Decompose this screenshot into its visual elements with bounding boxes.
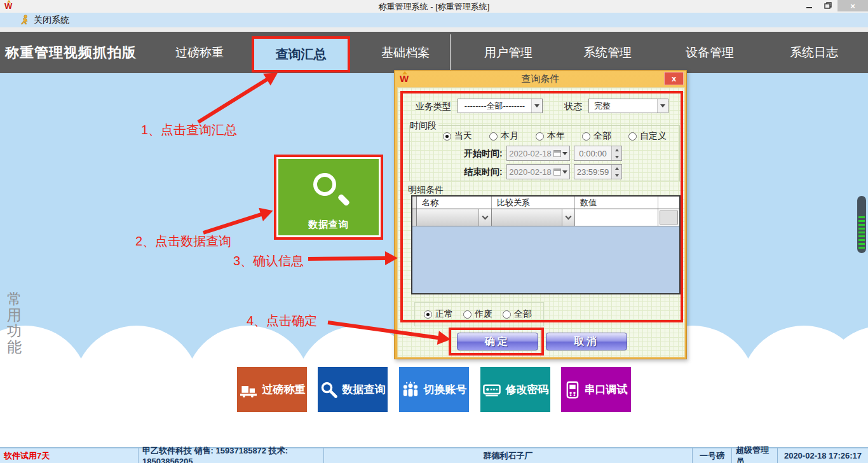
radio-custom[interactable]: 自定义 [628,130,667,142]
radio-this-year[interactable]: 本年 [536,130,565,142]
spin-down-icon[interactable] [612,153,621,160]
radio-label: 全部 [514,308,532,320]
quick-button-serial-debug[interactable]: 串口调试 [561,367,631,412]
magnifier-icon [320,381,338,399]
start-date-picker[interactable]: 2020-02-18 [506,146,570,161]
radio-label: 本月 [501,130,519,142]
status-bar: 软件试用7天 甲乙软件科技 销售: 15937185872 技术: 185038… [0,447,868,463]
row-header-gutter [412,197,417,209]
spin-down-icon[interactable] [612,172,621,179]
dropdown-arrow-icon[interactable] [657,99,668,113]
spin-up-icon[interactable] [612,165,621,172]
radio-label: 作废 [475,308,492,320]
tab-system-log[interactable]: 系统日志 [782,32,846,73]
quick-button-switch-account[interactable]: 切换账号 [399,367,469,412]
radio-all-records[interactable]: 全部 [503,308,532,320]
name-cell-select[interactable] [417,209,492,226]
ok-button[interactable]: 确定 [457,333,538,350]
dialog-title-bar: W 查询条件 x [397,71,684,87]
menu-item-close-system[interactable]: 关闭系统 [34,15,69,26]
password-icon [482,382,501,397]
business-type-select[interactable]: --------全部-------- [458,99,543,113]
data-query-button[interactable]: 数据查询 [278,159,379,235]
value-cell-input[interactable] [575,209,658,226]
runner-icon [19,15,30,25]
radio-icon [628,132,637,141]
dialog-close-button[interactable]: x [664,72,684,85]
nav-divider [450,34,451,70]
end-time-spinner[interactable]: 23:59:59 [574,164,622,179]
table-header-row: 名称 比较关系 数值 [412,197,679,209]
radio-icon [503,310,511,319]
common-functions-label: 常用功能 [7,291,24,355]
nav-bar: 称重管理视频抓拍版 过磅称重 查询汇总 基础档案 用户管理 系统管理 设备管理 … [0,32,868,73]
end-date-value: 2020-02-18 [507,167,553,177]
radio-normal[interactable]: 正常 [424,308,453,320]
dropdown-arrow-icon [562,152,567,155]
annotation-arrow-3 [308,256,386,261]
cancel-button[interactable]: 取消 [546,333,627,350]
quick-button-label: 过磅称重 [262,382,306,397]
start-date-value: 2020-02-18 [507,149,553,158]
radio-label: 正常 [435,308,453,320]
status-value: 完整 [589,100,657,112]
tab-query-summary[interactable]: 查询汇总 [252,36,350,73]
column-header-relation: 比较关系 [492,197,575,209]
tab-weighing[interactable]: 过磅称重 [170,32,229,73]
start-time-spinner[interactable]: 0:00:00 [574,146,622,161]
detail-conditions-table: 名称 比较关系 数值 [411,195,681,294]
data-query-highlight-frame: 数据查询 [274,155,383,240]
radio-icon [443,132,451,141]
trial-status: 软件试用7天 [0,448,139,463]
annotation-step1: 1、点击查询汇总 [141,121,237,139]
radio-label: 自定义 [640,130,667,142]
status-select[interactable]: 完整 [588,99,668,113]
tab-device-management[interactable]: 设备管理 [678,32,742,73]
quick-button-label: 切换账号 [424,382,467,397]
factory-name: 群德利石子厂 [324,448,693,463]
scrollbar-thumb[interactable] [857,196,866,253]
minimize-button[interactable] [799,0,818,11]
close-icon: × [850,2,855,10]
annotation-step2: 2、点击数据查询 [135,233,231,250]
tab-user-management[interactable]: 用户管理 [477,32,540,73]
nav-brand: 称重管理视频抓拍版 [5,32,137,73]
detail-conditions-label: 明细条件 [408,184,444,196]
calendar-icon [553,150,561,157]
tab-system-management[interactable]: 系统管理 [576,32,639,73]
spin-up-icon[interactable] [612,146,621,153]
dropdown-arrow-icon [478,209,491,226]
time-period-groupbox: 时间段 当天 本月 本年 全部 自定义 开始时间: 2020-02-18 0:0… [409,125,680,181]
scale-name: 一号磅 [693,448,732,463]
quick-button-label: 数据查询 [342,382,386,397]
users-icon [402,381,419,399]
handheld-device-icon [565,381,580,399]
dropdown-arrow-icon [562,170,567,174]
app-window: W 称重管理系统 - [称重管理系统] × 关闭系统 称重管理视频抓拍版 过磅称… [0,0,868,463]
radio-this-month[interactable]: 本月 [489,130,519,142]
column-header-extra [658,197,679,209]
column-header-value: 数值 [575,197,658,209]
relation-cell-select[interactable] [492,209,575,226]
quick-button-data-query[interactable]: 数据查询 [318,367,388,412]
tab-base-archives[interactable]: 基础档案 [374,32,437,73]
quick-button-label: 修改密码 [506,382,549,397]
quick-button-change-password[interactable]: 修改密码 [480,367,550,412]
row-extra-button[interactable] [660,211,678,225]
restore-button[interactable] [818,0,837,11]
radio-label: 本年 [547,130,565,142]
end-date-picker[interactable]: 2020-02-18 [506,164,570,179]
close-button[interactable]: × [837,0,868,11]
row-header-gutter [412,209,417,226]
dropdown-arrow-icon[interactable] [531,99,542,113]
business-type-value: --------全部-------- [458,100,531,112]
title-bar: W 称重管理系统 - [称重管理系统] × [0,0,868,13]
minimize-icon [806,7,812,8]
radio-all-time[interactable]: 全部 [582,130,611,142]
quick-button-weighing[interactable]: 过磅称重 [237,367,307,412]
spinner-control[interactable] [611,165,621,179]
spinner-control[interactable] [611,146,621,160]
window-title: 称重管理系统 - [称重管理系统] [0,1,868,13]
radio-voided[interactable]: 作废 [463,308,492,320]
radio-today[interactable]: 当天 [443,130,472,142]
